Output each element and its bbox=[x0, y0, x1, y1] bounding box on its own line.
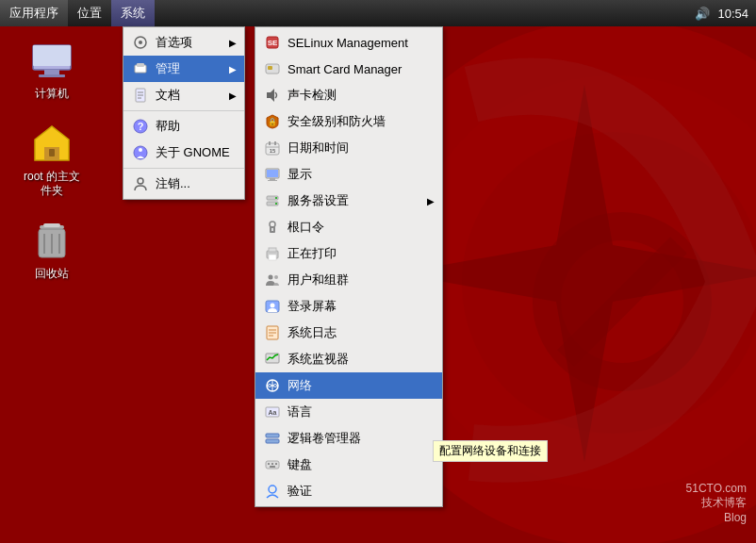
svg-rect-73 bbox=[271, 463, 273, 465]
svg-rect-74 bbox=[275, 463, 277, 465]
svg-point-19 bbox=[139, 41, 142, 44]
server-icon bbox=[263, 191, 282, 210]
menu-item-lang[interactable]: Aa 语言 bbox=[255, 399, 442, 425]
computer-icon-svg bbox=[29, 38, 74, 83]
menu-sep-2 bbox=[123, 168, 244, 169]
menu-item-auth[interactable]: 验证 bbox=[255, 478, 442, 504]
menu-item-display[interactable]: 显示 bbox=[255, 161, 442, 188]
taskbar-item-places[interactable]: 位置 bbox=[68, 0, 111, 26]
svg-rect-70 bbox=[266, 439, 279, 443]
svg-marker-35 bbox=[267, 89, 274, 102]
auth-icon bbox=[263, 482, 282, 501]
trash-icon-svg bbox=[29, 218, 74, 263]
prefs-icon bbox=[131, 33, 150, 52]
svg-point-76 bbox=[269, 485, 276, 493]
printing-icon bbox=[263, 244, 282, 263]
docs-arrow: ▶ bbox=[220, 90, 237, 101]
taskbar-item-system[interactable]: 系统 bbox=[111, 0, 155, 26]
home-icon-svg bbox=[29, 121, 74, 166]
menu-item-keyboard[interactable]: 键盘 bbox=[255, 452, 442, 478]
smartcard-icon bbox=[263, 59, 282, 78]
menu-item-syslog[interactable]: 系统日志 bbox=[255, 320, 442, 346]
syslog-icon bbox=[263, 323, 282, 342]
svg-rect-43 bbox=[267, 170, 278, 177]
svg-point-30 bbox=[138, 178, 143, 184]
menu-item-login[interactable]: 登录屏幕 bbox=[255, 293, 442, 320]
keyboard-icon bbox=[263, 455, 282, 474]
users-icon bbox=[263, 271, 282, 289]
computer-icon-img bbox=[29, 38, 74, 83]
desktop: 应用程序 位置 系统 🔊 10:54 计算机 bbox=[0, 0, 756, 543]
svg-point-56 bbox=[269, 275, 273, 280]
menu-item-admin[interactable]: 管理 ▶ bbox=[123, 56, 244, 82]
svg-rect-21 bbox=[137, 63, 144, 67]
menu-item-about-gnome[interactable]: 关于 GNOME bbox=[123, 140, 244, 166]
prefs-arrow: ▶ bbox=[220, 38, 237, 48]
svg-rect-7 bbox=[33, 45, 71, 66]
menu-item-smartcard[interactable]: Smart Card Manager bbox=[255, 56, 442, 82]
system-menu: 首选项 ▶ 管理 ▶ 文档 ▶ ? bbox=[123, 26, 245, 200]
trash-icon-img bbox=[29, 218, 74, 263]
taskbar: 应用程序 位置 系统 🔊 10:54 bbox=[0, 0, 756, 26]
menu-item-datetime[interactable]: 15 日期和时间 bbox=[255, 135, 442, 161]
svg-rect-75 bbox=[270, 466, 275, 468]
svg-rect-9 bbox=[39, 74, 65, 77]
network-icon bbox=[263, 376, 282, 395]
svg-rect-55 bbox=[269, 255, 276, 260]
menu-item-rootpw[interactable]: 根口令 bbox=[255, 214, 442, 240]
clock: 10:54 bbox=[717, 7, 748, 21]
selinux-icon: SE bbox=[263, 33, 282, 52]
volume-icon[interactable]: 🔊 bbox=[695, 7, 710, 21]
menu-item-logout[interactable]: 注销... bbox=[123, 171, 244, 197]
desktop-icon-trash[interactable]: 回收站 bbox=[19, 218, 85, 282]
desktop-icon-home[interactable]: root 的主文件夹 bbox=[19, 121, 85, 199]
taskbar-item-apps[interactable]: 应用程序 bbox=[0, 0, 68, 26]
svg-point-59 bbox=[271, 304, 275, 308]
admin-arrow: ▶ bbox=[220, 64, 237, 74]
svg-text:?: ? bbox=[138, 121, 144, 132]
menu-sep-1 bbox=[123, 110, 244, 111]
lvm-icon bbox=[263, 429, 282, 448]
menu-item-server[interactable]: 服务器设置 ▶ bbox=[255, 188, 442, 214]
svg-point-29 bbox=[139, 148, 142, 152]
admin-icon bbox=[131, 59, 150, 78]
svg-rect-45 bbox=[268, 180, 277, 181]
sound-icon bbox=[263, 86, 282, 105]
menu-item-sound[interactable]: 声卡检测 bbox=[255, 82, 442, 108]
svg-rect-11 bbox=[49, 149, 55, 156]
svg-point-49 bbox=[275, 203, 277, 205]
server-arrow: ▶ bbox=[418, 196, 435, 206]
gnome-icon bbox=[131, 143, 150, 162]
watermark: 51CTO.com 技术博客 Blog bbox=[686, 482, 747, 524]
menu-item-selinux[interactable]: SE SELinux Management bbox=[255, 29, 442, 56]
menu-item-monitor[interactable]: 系统监视器 bbox=[255, 346, 442, 372]
desktop-icon-computer[interactable]: 计算机 bbox=[19, 38, 85, 102]
menu-item-prefs[interactable]: 首选项 ▶ bbox=[123, 29, 244, 56]
trash-icon-label: 回收站 bbox=[35, 267, 69, 282]
menu-item-docs[interactable]: 文档 ▶ bbox=[123, 82, 244, 108]
menu-item-firewall[interactable]: 🔒 安全级别和防火墙 bbox=[255, 108, 442, 135]
menu-item-help[interactable]: ? 帮助 bbox=[123, 113, 244, 140]
menu-item-users[interactable]: 用户和组群 bbox=[255, 267, 442, 293]
svg-rect-44 bbox=[270, 178, 275, 180]
monitor-icon bbox=[263, 350, 282, 369]
svg-point-57 bbox=[274, 275, 278, 279]
firewall-icon: 🔒 bbox=[263, 112, 282, 131]
svg-text:🔒: 🔒 bbox=[268, 117, 277, 126]
svg-rect-13 bbox=[43, 223, 60, 227]
docs-icon bbox=[131, 86, 150, 105]
help-icon: ? bbox=[131, 117, 150, 136]
logout-icon bbox=[131, 174, 150, 193]
menu-item-lvm[interactable]: 逻辑卷管理器 bbox=[255, 425, 442, 452]
svg-rect-52 bbox=[271, 228, 273, 231]
rootpw-icon bbox=[263, 218, 282, 237]
menu-item-network[interactable]: 网络 bbox=[255, 372, 442, 399]
svg-point-48 bbox=[275, 197, 277, 199]
svg-rect-54 bbox=[269, 248, 276, 252]
home-icon-img bbox=[29, 121, 74, 166]
datetime-icon: 15 bbox=[263, 139, 282, 157]
display-icon bbox=[263, 165, 282, 184]
taskbar-left: 应用程序 位置 系统 bbox=[0, 0, 155, 26]
desktop-icons-container: 计算机 root 的主文件夹 bbox=[19, 38, 85, 281]
menu-item-printing[interactable]: 正在打印 bbox=[255, 240, 442, 267]
